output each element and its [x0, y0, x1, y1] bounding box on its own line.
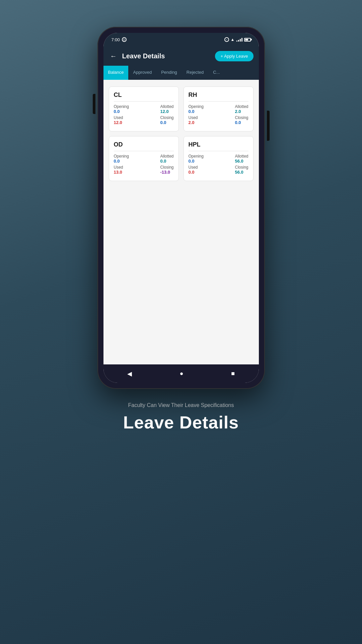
- nav-home-button[interactable]: ●: [173, 367, 190, 380]
- od-alloted-value: 0.0: [160, 159, 173, 164]
- nav-back-button[interactable]: ◀: [121, 367, 139, 380]
- alarm-icon: ⊙: [122, 37, 127, 42]
- tab-pending[interactable]: Pending: [156, 66, 182, 80]
- signal-icon: [236, 38, 242, 42]
- rh-card: RH Opening 0.0 Allotted 2.0: [184, 86, 254, 131]
- cl-card: CL Opening 0.0 Allotted 12.0: [109, 86, 179, 131]
- content-area: CL Opening 0.0 Allotted 12.0: [103, 80, 259, 364]
- od-card: OD Opening 0.0 Allotted 0.0: [109, 136, 179, 181]
- od-alloted-label: Allotted: [160, 154, 173, 159]
- rh-closing-label: Closing: [235, 115, 248, 120]
- back-arrow-icon: ←: [110, 52, 117, 60]
- cl-closing-value: 0.0: [160, 120, 173, 125]
- od-closing-label: Closing: [160, 165, 173, 170]
- hpl-used-row: Used 0.0 Closing 56.0: [189, 165, 248, 175]
- phone-body: 7:00 ⊙ − ▲: [97, 27, 265, 389]
- hpl-opening-label: Opening: [189, 154, 204, 159]
- page-title: Leave Details: [122, 52, 211, 60]
- rh-alloted-label: Allotted: [235, 104, 248, 109]
- hpl-closing-value: 56.0: [235, 170, 248, 175]
- od-closing-value: -13.0: [160, 170, 173, 175]
- od-opening-row: Opening 0.0 Allotted 0.0: [114, 154, 174, 164]
- phone-screen: 7:00 ⊙ − ▲: [103, 33, 259, 383]
- hpl-title: HPL: [189, 141, 248, 151]
- cl-used-row: Used 12.0 Closing 0.0: [114, 115, 174, 125]
- cl-used-value: 12.0: [114, 120, 123, 125]
- nav-recent-button[interactable]: ■: [224, 367, 241, 380]
- hpl-used-label: Used: [189, 165, 198, 170]
- tab-approved[interactable]: Approved: [128, 66, 156, 80]
- cl-opening-row: Opening 0.0 Allotted 12.0: [114, 104, 174, 114]
- cl-opening-value: 0.0: [114, 109, 129, 114]
- tab-more[interactable]: C...: [208, 66, 224, 80]
- rh-opening-value: 0.0: [189, 109, 204, 114]
- bottom-section: Faculty Can View Their Leave Specificati…: [110, 402, 252, 432]
- tab-rejected[interactable]: Rejected: [182, 66, 208, 80]
- rh-used-row: Used 2.0 Closing 0.0: [189, 115, 248, 125]
- do-not-disturb-icon: −: [224, 37, 229, 42]
- bottom-subtitle: Faculty Can View Their Leave Specificati…: [123, 402, 239, 408]
- rh-opening-row: Opening 0.0 Allotted 2.0: [189, 104, 248, 114]
- od-title: OD: [114, 141, 174, 151]
- cl-closing-label: Closing: [160, 115, 173, 120]
- nav-bar: ◀ ● ■: [103, 364, 259, 383]
- back-button[interactable]: ←: [109, 51, 118, 61]
- time-text: 7:00: [112, 37, 120, 42]
- rh-used-label: Used: [189, 115, 198, 120]
- tabs-bar: Balance Approved Pending Rejected C...: [103, 66, 259, 80]
- rh-used-value: 2.0: [189, 120, 198, 125]
- rh-opening-label: Opening: [189, 104, 204, 109]
- hpl-used-value: 0.0: [189, 170, 198, 175]
- cl-title: CL: [114, 92, 174, 102]
- od-used-row: Used 13.0 Closing -13.0: [114, 165, 174, 175]
- hpl-opening-row: Opening 0.0 Allotted 56.0: [189, 154, 248, 164]
- status-time: 7:00 ⊙: [112, 37, 127, 42]
- bottom-title: Leave Details: [123, 412, 239, 432]
- app-header: ← Leave Details + Apply Leave: [103, 46, 259, 66]
- od-opening-value: 0.0: [114, 159, 129, 164]
- battery-icon: [244, 38, 251, 42]
- hpl-alloted-value: 56.0: [235, 159, 248, 164]
- cl-alloted-value: 12.0: [160, 109, 173, 114]
- rh-alloted-value: 2.0: [235, 109, 248, 114]
- od-used-value: 13.0: [114, 170, 123, 175]
- tab-balance[interactable]: Balance: [103, 66, 129, 80]
- apply-leave-button[interactable]: + Apply Leave: [215, 51, 253, 61]
- cl-opening-label: Opening: [114, 104, 129, 109]
- cards-grid: CL Opening 0.0 Allotted 12.0: [109, 86, 254, 181]
- status-icons: − ▲: [224, 37, 251, 42]
- od-used-label: Used: [114, 165, 123, 170]
- hpl-card: HPL Opening 0.0 Allotted 56.0: [184, 136, 254, 181]
- status-bar: 7:00 ⊙ − ▲: [103, 33, 259, 46]
- wifi-icon: ▲: [231, 37, 235, 42]
- rh-closing-value: 0.0: [235, 120, 248, 125]
- cl-used-label: Used: [114, 115, 123, 120]
- hpl-closing-label: Closing: [235, 165, 248, 170]
- cl-alloted-label: Allotted: [160, 104, 173, 109]
- hpl-alloted-label: Allotted: [235, 154, 248, 159]
- rh-title: RH: [189, 92, 248, 102]
- hpl-opening-value: 0.0: [189, 159, 204, 164]
- phone-wrapper: 7:00 ⊙ − ▲: [97, 27, 265, 389]
- od-opening-label: Opening: [114, 154, 129, 159]
